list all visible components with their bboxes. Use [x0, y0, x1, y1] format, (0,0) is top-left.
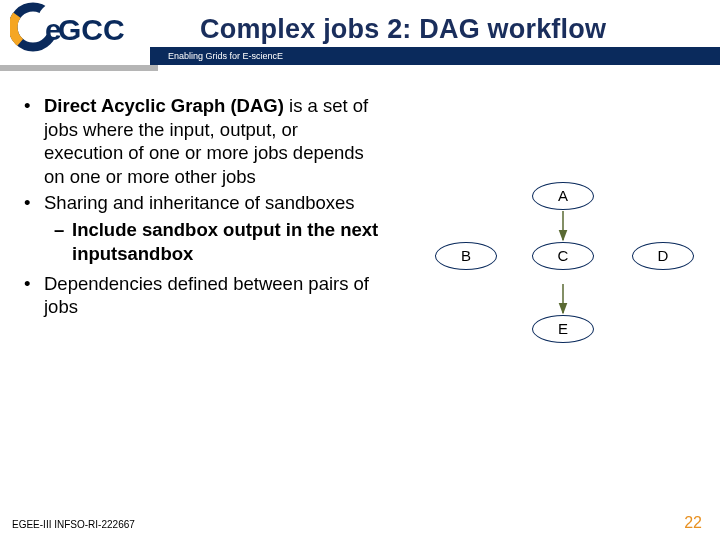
bullet-1: • Direct Acyclic Graph (DAG) is a set of… [20, 94, 380, 189]
bullet-3: • Dependencies defined between pairs of … [20, 272, 380, 319]
dag-node-e: E [532, 315, 594, 343]
content-area: • Direct Acyclic Graph (DAG) is a set of… [20, 94, 380, 321]
bullet-2-text: Sharing and inheritance of sandboxes [44, 191, 380, 215]
bullet-dot-icon: • [20, 272, 44, 319]
svg-text:e: e [45, 13, 62, 46]
egee-logo: GCC e [10, 2, 155, 52]
slide-header: GCC e Complex jobs 2: DAG workflow Enabl… [0, 0, 720, 70]
bullet-2: • Sharing and inheritance of sandboxes [20, 191, 380, 215]
footer-ref: EGEE-III INFSO-RI-222667 [12, 519, 135, 530]
dag-node-a: A [532, 182, 594, 210]
dag-node-c: C [532, 242, 594, 270]
dag-diagram: A B C D E [400, 170, 705, 380]
gray-divider [0, 65, 158, 71]
slide-title: Complex jobs 2: DAG workflow [200, 14, 606, 45]
dag-node-d: D [632, 242, 694, 270]
subtitle-band: Enabling Grids for E-sciencE [150, 47, 720, 65]
svg-text:GCC: GCC [58, 13, 125, 46]
sub-bullet-1-text: Include sandbox output in the next input… [72, 218, 380, 265]
dag-node-b: B [435, 242, 497, 270]
page-number: 22 [684, 514, 702, 532]
bullet-dot-icon: • [20, 191, 44, 215]
bullet-1-bold: Direct Acyclic Graph (DAG) [44, 95, 284, 116]
bullet-dot-icon: • [20, 94, 44, 189]
bullet-1-text: Direct Acyclic Graph (DAG) is a set of j… [44, 94, 380, 189]
sub-bullet-1: – Include sandbox output in the next inp… [54, 218, 380, 265]
bullet-3-text: Dependencies defined between pairs of jo… [44, 272, 380, 319]
dash-icon: – [54, 218, 72, 265]
